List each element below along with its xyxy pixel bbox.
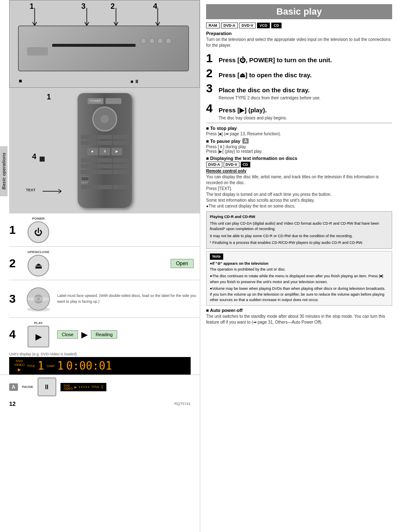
note-title-bar: Note	[210, 253, 223, 260]
device-body	[18, 25, 189, 71]
disc-note: Label must face upward. (With double-sid…	[57, 293, 200, 304]
stop-symbol	[40, 157, 45, 162]
display-dvd-label: DVD VIDEO ▶	[14, 359, 25, 372]
pause-play-section: ■ To pause play A Press [⏸] during play.…	[206, 138, 392, 154]
main-step-2-num: 2	[206, 67, 215, 80]
main-step-4-num: 4	[206, 102, 215, 115]
cd-r-note-text-2: It may not be able to play some CD-R or …	[210, 233, 388, 239]
disc-type-ram: RAM	[206, 23, 220, 28]
eject-icon: ⏏	[35, 261, 43, 271]
device-btn[interactable]	[157, 38, 163, 44]
arrow-icon: ▶	[81, 329, 88, 339]
page-code: RQT5741	[174, 402, 191, 406]
remote-power-btn[interactable]: POWER	[88, 98, 103, 104]
svg-point-19	[27, 297, 50, 301]
pause-display: DVDVIDEO ▶ ••••• TITLE 1	[60, 383, 107, 391]
pause-button[interactable]: ⏸	[38, 377, 56, 396]
power-label: POWER	[32, 217, 45, 220]
device-pause-icon: ■⏸	[131, 79, 139, 84]
pause-a-badge: A	[242, 138, 249, 144]
display-title-num: 1	[38, 360, 44, 372]
close-badge: Close	[57, 330, 78, 339]
remote-transport: ■ ⏸ ▶	[78, 146, 132, 157]
svg-line-10	[156, 22, 158, 25]
play-button[interactable]: ▶	[28, 326, 49, 347]
remote-label-1: 1	[47, 93, 51, 101]
cd-r-note-title: Playing CD-R and CD-RW	[210, 214, 388, 220]
step-4-badges: Close ▶ Reading	[55, 329, 200, 339]
diagram-label-1: 1	[30, 2, 34, 11]
disc-type-cd: CD	[271, 23, 282, 28]
step-3-text: Label must face upward. (With double-sid…	[55, 293, 200, 304]
preparation-text: Turn on the television and select the ap…	[206, 37, 392, 48]
device-btn[interactable]	[166, 38, 171, 44]
main-step-4: 4 Press [▶] (play).	[206, 102, 392, 115]
remote-btn-grid-1	[78, 134, 132, 140]
remote-control-only: Remote control only	[206, 169, 392, 173]
play-label: PLAY	[34, 321, 43, 325]
remote-label-4: 4	[32, 152, 36, 161]
right-panel: Basic play RAM DVD-A DVD-V VCD CD Prepar…	[200, 0, 398, 532]
note-item-1: ●If "⊘" appears on the television The op…	[210, 261, 388, 272]
open-badge: Open	[171, 259, 194, 268]
text-info-disc-types: DVD-A DVD-V CD	[206, 162, 392, 167]
page-number: 12	[9, 400, 16, 407]
eject-button[interactable]: ⏏	[28, 255, 49, 276]
svg-line-4	[85, 22, 87, 25]
remote-btn-grid-3	[78, 157, 132, 163]
pause-section: A PAUSE ⏸ DVDVIDEO ▶ ••••• TITLE 1	[0, 375, 200, 399]
diagram-label-2: 2	[111, 2, 115, 11]
display-chap-label: CHAP	[47, 365, 55, 367]
display-bar: DVD VIDEO ▶ TITLE 1 CHAP 1 0:00:01	[9, 357, 191, 375]
power-button[interactable]: ⏻	[28, 221, 49, 243]
device-buttons	[141, 38, 171, 44]
sidebar-label: Basic operations	[0, 146, 8, 196]
main-step-2: 2 Press [⏏] to open the disc tray.	[206, 67, 392, 80]
text-button-label: TEXT	[26, 188, 35, 192]
remote-stop-btn[interactable]: ■	[87, 148, 98, 155]
note-item-3: ●Volume may be lower when playing DVDs t…	[210, 286, 388, 303]
step-2-icon-area: OPEN/CLOSE ⏏	[22, 250, 55, 276]
step-1-row: 1 POWER ⏻	[9, 213, 200, 246]
text-info-heading: ■ Displaying the text information on dis…	[206, 156, 392, 161]
main-step-1-text: Press [⏻, POWER] to turn on the unit.	[219, 56, 332, 63]
step-4-icon-area: PLAY ▶	[22, 321, 55, 347]
pause-icon: ⏸	[43, 383, 50, 391]
display-time: 0:00:01	[66, 360, 112, 372]
step-2-number: 2	[9, 257, 22, 270]
device-btn[interactable]	[149, 38, 155, 44]
preparation-heading: Preparation	[206, 31, 392, 36]
step-1-number: 1	[9, 223, 22, 237]
remote-nav-circle[interactable]	[92, 106, 117, 132]
stop-play-heading: ■ To stop play	[206, 126, 392, 131]
open-close-label: OPEN/CLOSE	[28, 250, 49, 254]
disc-illustration	[26, 286, 51, 312]
step-3-icon-area	[22, 286, 55, 312]
page-title: Basic play	[206, 4, 392, 19]
device-btn[interactable]	[141, 38, 146, 44]
text-cd: CD	[241, 162, 250, 167]
disc-type-dvd-v: DVD-V	[239, 23, 256, 28]
cd-r-note-box: Playing CD-R and CD-RW This unit can pla…	[206, 211, 392, 249]
note-item-2: ●The disc continues to rotate while the …	[210, 274, 388, 285]
remote-nav-center[interactable]	[101, 115, 109, 123]
open-badge-area: Open	[55, 259, 200, 268]
diagram-label-4: 4	[153, 2, 157, 11]
divider-1	[206, 123, 392, 123]
step-4-number: 4	[9, 328, 22, 341]
remote-pause-btn[interactable]: ⏸	[99, 148, 110, 155]
main-step-1: 1 Press [⏻, POWER] to turn on the unit.	[206, 52, 392, 65]
main-step-3-sub: Remove TYPE 2 discs from their cartridge…	[219, 96, 392, 100]
pause-play-heading: ■ To pause play A	[206, 138, 392, 144]
main-step-3: 3 Place the disc on the disc tray.	[206, 82, 392, 95]
device-diagram: 1 3 2 4 ■ ■⏸	[9, 0, 200, 88]
note-section: Note ●If "⊘" appears on the television T…	[206, 251, 392, 306]
svg-line-5	[87, 22, 89, 25]
remote-acc-btn[interactable]	[106, 98, 121, 104]
left-panel: Basic operations	[0, 0, 200, 532]
pause-play-text2: Press [▶] (play) to restart play.	[206, 149, 392, 154]
step-4-row: 4 PLAY ▶ Close ▶ Reading	[9, 317, 200, 351]
disc-slot	[52, 44, 136, 47]
remote-play-btn[interactable]: ▶	[111, 148, 122, 155]
remote-diagram: 1 2 4 POWER	[9, 88, 200, 213]
